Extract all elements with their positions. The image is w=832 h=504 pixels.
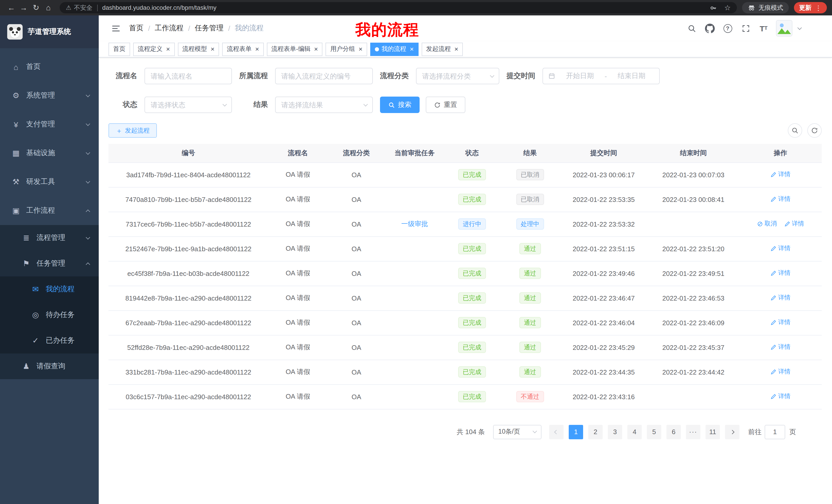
next-page-button[interactable] [725,425,739,439]
page-number-button[interactable]: 2 [588,425,603,439]
search-icon[interactable] [686,23,697,34]
forward-icon[interactable]: → [18,0,30,16]
cancel-link[interactable]: 取消 [757,220,777,228]
result-tag: 处理中 [516,218,544,230]
cell-current-task: 一级审批 [385,212,444,236]
breadcrumb-separator: / [148,24,150,32]
page-number-button[interactable]: 1 [569,425,583,439]
result-select[interactable] [275,96,373,113]
tab-item[interactable]: 流程表单-编辑× [267,43,323,56]
cell-end-time: 2022-01-22 23:44:42 [647,360,739,384]
fullscreen-icon[interactable] [740,23,751,34]
search-button[interactable]: 搜索 [380,96,420,113]
help-icon[interactable]: ? [722,23,733,34]
current-task-link[interactable]: 一级审批 [401,220,428,228]
user-avatar[interactable] [776,20,792,36]
sidebar-item-home[interactable]: ⌂首页 [0,52,99,81]
edit-icon [784,221,790,227]
sidebar-item-process-mgmt[interactable]: ≣流程管理 [0,225,99,251]
sidebar-item-infrastructure[interactable]: ▦基础设施 [0,139,99,167]
status-select[interactable] [145,96,232,113]
refresh-table-button[interactable] [807,123,822,138]
detail-link[interactable]: 详情 [771,293,790,302]
cancel-icon [757,221,763,227]
action-label: 详情 [778,318,790,327]
update-button[interactable]: 更新 ⋮ [794,2,827,13]
sidebar-item-leave-query[interactable]: ♟请假查询 [0,354,99,379]
breadcrumb-item[interactable]: 工作流程 [155,24,184,33]
font-size-icon[interactable]: TT [758,23,769,34]
tab-item[interactable]: 流程模型× [178,43,219,56]
end-date-placeholder[interactable]: 结束日期 [609,72,654,81]
app-logo[interactable]: 芋道管理系统 [0,16,99,48]
cell-category: OA [328,261,385,286]
sidebar-item-task-mgmt[interactable]: ⚑任务管理 [0,251,99,276]
detail-link[interactable]: 详情 [771,318,790,327]
cell-actions: 取消详情 [739,212,822,236]
detail-link[interactable]: 详情 [771,392,790,401]
pagination: 共 104 条 10条/页 123456···11 前往 页 [108,425,822,439]
close-tab-icon[interactable]: × [454,46,458,52]
parent-process-input[interactable] [275,68,373,84]
detail-link[interactable]: 详情 [771,244,790,253]
detail-link[interactable]: 详情 [771,170,790,179]
breadcrumb-item[interactable]: 首页 [129,24,144,33]
prev-page-button[interactable] [549,425,564,439]
tab-item[interactable]: 流程定义× [133,43,175,56]
back-icon[interactable]: ← [5,0,18,16]
sidebar-item-system-mgmt[interactable]: ⚙系统管理 [0,81,99,110]
sidebar-item-done-tasks[interactable]: ✓已办任务 [0,328,99,354]
page-number-button[interactable]: 4 [627,425,642,439]
detail-link[interactable]: 详情 [771,343,790,352]
url-text[interactable]: dashboard.yudao.iocoder.cn/bpm/task/my [102,4,216,11]
hamburger-icon[interactable] [111,23,121,33]
create-process-button[interactable]: ＋ 发起流程 [108,123,157,138]
close-tab-icon[interactable]: × [359,46,363,52]
logo-image [7,24,23,39]
sidebar-item-payment-mgmt[interactable]: ¥支付管理 [0,110,99,139]
submit-time-range-picker[interactable]: 开始日期 - 结束日期 [543,68,660,84]
detail-link[interactable]: 详情 [784,220,804,228]
address-bar[interactable]: ⚠ 不安全 dashboard.yudao.iocoder.cn/bpm/tas… [60,2,737,13]
github-icon[interactable] [704,23,715,34]
goto-page-input[interactable] [765,425,785,439]
security-label[interactable]: 不安全 [74,3,93,12]
page-number-button[interactable]: 6 [667,425,681,439]
page-size-select[interactable]: 10条/页 [493,425,542,439]
reload-icon[interactable]: ↻ [30,0,42,16]
toggle-search-button[interactable] [788,123,802,138]
sidebar-item-todo-tasks[interactable]: ◎待办任务 [0,302,99,328]
page-number-button[interactable]: 5 [647,425,661,439]
process-name-input[interactable] [145,68,232,84]
tab-item[interactable]: 首页 [108,43,130,56]
tab-item[interactable]: 发起流程× [421,43,463,56]
page-number-button[interactable]: 3 [608,425,622,439]
cell-result: 通过 [500,236,560,261]
close-tab-icon[interactable]: × [211,46,214,52]
reset-button[interactable]: 重置 [426,96,465,113]
start-date-placeholder[interactable]: 开始日期 [557,72,603,81]
sidebar-item-dev-tools[interactable]: ⚒研发工具 [0,167,99,196]
bookmark-star-icon[interactable]: ☆ [724,4,731,12]
password-key-icon[interactable] [710,4,718,11]
detail-link[interactable]: 详情 [771,368,790,376]
avatar-caret-icon[interactable] [798,25,802,30]
close-tab-icon[interactable]: × [255,46,259,52]
more-pages-icon[interactable]: ··· [686,425,700,439]
tab-item[interactable]: 我的流程× [370,43,418,56]
detail-link[interactable]: 详情 [771,195,790,204]
menu-dots-icon[interactable]: ⋮ [815,4,822,11]
cell-category: OA [328,212,385,236]
close-tab-icon[interactable]: × [410,46,414,52]
page-number-button[interactable]: 11 [705,425,720,439]
sidebar-item-workflow[interactable]: ▣工作流程 [0,196,99,225]
browser-home-icon[interactable]: ⌂ [42,0,54,16]
sidebar-item-my-process[interactable]: ✉我的流程 [0,276,99,302]
tab-item[interactable]: 用户分组× [326,43,367,56]
close-tab-icon[interactable]: × [166,46,170,52]
breadcrumb-item[interactable]: 任务管理 [195,24,224,33]
detail-link[interactable]: 详情 [771,269,790,278]
category-select[interactable] [416,68,499,84]
tab-item[interactable]: 流程表单× [222,43,263,56]
close-tab-icon[interactable]: × [314,46,318,52]
